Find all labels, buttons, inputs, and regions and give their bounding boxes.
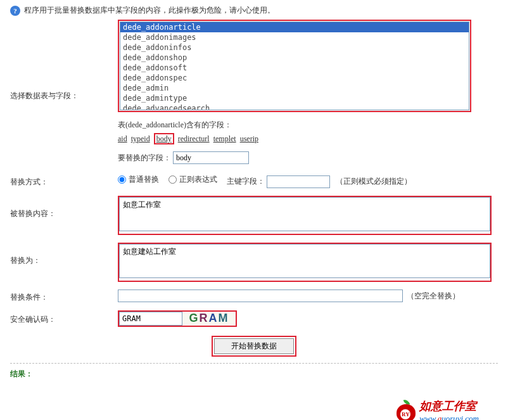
divider xyxy=(10,363,498,364)
captcha-image[interactable]: GRAM xyxy=(182,312,236,326)
help-icon: ? xyxy=(10,6,20,16)
radio-regex-input[interactable] xyxy=(168,175,177,184)
field-link-body[interactable]: body xyxy=(154,133,174,144)
condition-hint: （空完全替换） xyxy=(407,291,460,300)
logo-cn: 如意工作室 xyxy=(419,398,479,414)
condition-input[interactable] xyxy=(118,290,403,302)
listbox-item[interactable]: dede_advancedsearch xyxy=(120,103,469,110)
label-replace-condition: 替换条件： xyxy=(10,290,118,303)
submit-button[interactable]: 开始替换数据 xyxy=(214,338,294,354)
regex-hint: （正则模式必须指定） xyxy=(336,177,412,186)
label-table-field: 选择数据表与字段： xyxy=(10,88,118,101)
captcha-input[interactable] xyxy=(119,312,182,326)
label-security-code: 安全确认码： xyxy=(10,312,118,325)
brand-logo: RY 如意工作室 www.guoruyi.com xyxy=(395,398,479,421)
primary-key-input[interactable] xyxy=(267,175,330,188)
label-replaced-content: 被替换内容： xyxy=(10,196,118,219)
field-link-aid[interactable]: aid xyxy=(118,134,127,143)
field-link-userip[interactable]: userip xyxy=(240,134,258,143)
radio-normal-input[interactable] xyxy=(118,175,126,184)
listbox-item[interactable]: dede_addonshop xyxy=(120,53,469,63)
field-link-typeid[interactable]: typeid xyxy=(131,134,150,143)
field-link-templet[interactable]: templet xyxy=(213,134,236,143)
field-link-redirecturl[interactable]: redirecturl xyxy=(178,134,210,143)
replace-to-textarea[interactable] xyxy=(119,244,490,278)
radio-regex[interactable]: 正则表达式 xyxy=(168,174,217,185)
fields-heading: 表(dede_addonarticle)含有的字段： xyxy=(118,120,498,130)
warning-text: 程序用于批量替换数据库中某字段的内容，此操作极为危险，请小心使用。 xyxy=(24,5,275,16)
listbox-item[interactable]: dede_addonsoft xyxy=(120,63,469,73)
label-primary-key: 主键字段： xyxy=(227,177,265,186)
listbox-item[interactable]: dede_admin xyxy=(120,83,469,93)
apple-icon: RY xyxy=(395,399,417,421)
fields-list: aidtypeidbodyredirecturltempletuserip xyxy=(118,134,498,144)
result-label: 结果： xyxy=(10,369,498,379)
field-input[interactable] xyxy=(173,151,249,164)
listbox-item[interactable]: dede_admintype xyxy=(120,93,469,103)
label-replace-to: 替换为： xyxy=(10,243,118,266)
table-listbox[interactable]: dede_addonarticledede_addonimagesdede_ad… xyxy=(120,22,469,110)
radio-normal[interactable]: 普通替换 xyxy=(118,174,159,185)
label-replace-mode: 替换方式： xyxy=(10,174,118,188)
listbox-item[interactable]: dede_addonimages xyxy=(120,32,469,42)
listbox-item[interactable]: dede_addoninfos xyxy=(120,42,469,53)
replaced-content-textarea[interactable] xyxy=(119,197,490,231)
listbox-item[interactable]: dede_addonspec xyxy=(120,73,469,83)
label-field-to-replace: 要替换的字段： xyxy=(118,153,171,162)
logo-en: www.guoruyi.com xyxy=(419,414,479,421)
listbox-item[interactable]: dede_addonarticle xyxy=(120,22,469,32)
